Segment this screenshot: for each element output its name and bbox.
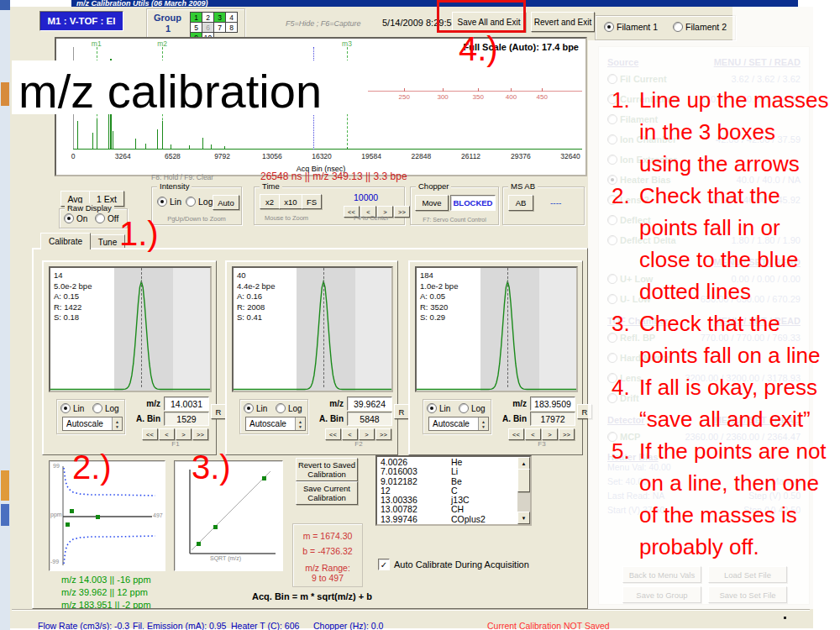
autocal-label: Auto Calibrate During Acquisition [394, 559, 529, 570]
ab-button[interactable]: AB [508, 195, 533, 211]
time-step-button[interactable]: >> [394, 206, 410, 218]
ppm-line: m/z 39.962 || 12 ppm [61, 586, 151, 599]
filament1-radio[interactable]: Filament 1 [604, 22, 658, 32]
save-calibration-button[interactable]: Save CurrentCalibration [296, 481, 358, 505]
peak-chart[interactable]: 1841.0e-2 bpe A: 0.05R: 3520 S: 0.29 [415, 266, 578, 392]
abin-input[interactable]: 17972 [530, 412, 575, 426]
time-x2-button[interactable]: x2 [260, 194, 280, 209]
peak-log-radio[interactable]: Log [276, 403, 302, 413]
peak-panel: 1841.0e-2 bpe A: 0.05R: 3520 S: 0.29 Lin… [408, 260, 583, 455]
revert-calibration-button[interactable]: Revert to SavedCalibration [296, 458, 358, 481]
mz-input[interactable]: 14.0031 [164, 396, 209, 411]
abin-label: A. Bin [132, 414, 160, 423]
peak-step-button[interactable]: > [542, 428, 558, 440]
group-cell[interactable]: 8 [225, 22, 238, 33]
mz-label: m/z [320, 399, 344, 408]
r-button[interactable]: R [394, 404, 409, 419]
peak-step-button[interactable]: << [142, 428, 158, 440]
r-button[interactable]: R [211, 404, 226, 419]
spectrum-peak [202, 138, 203, 150]
peak-info: 145.0e-2 bpe A: 0.15R: 1422 S: 0.18 [54, 270, 92, 323]
revert-exit-button[interactable]: Revert and Exit [531, 12, 595, 32]
peak-step-button[interactable]: >> [375, 428, 391, 440]
abin-input[interactable]: 5848 [347, 412, 392, 426]
mass-listbox[interactable]: 4.0026He7.016003Li9.012182Be12C13.00336j… [375, 455, 532, 526]
intensity-legend: Intensity [157, 181, 192, 191]
window-titlebar[interactable]: m/z Calibration Utils (06 March 2009) [71, 0, 798, 7]
desktop-edge [0, 0, 10, 630]
peak-step-button[interactable]: < [342, 428, 358, 440]
radio-off-icon [276, 403, 286, 413]
peak-lin-radio[interactable]: Lin [427, 403, 450, 413]
spectrum-peak [211, 144, 212, 150]
peak-step-button[interactable]: < [525, 428, 541, 440]
mz-scale-tick: 250 [399, 93, 410, 101]
peak-step-button[interactable]: > [359, 428, 375, 440]
mz-input[interactable]: 183.9509 [530, 396, 575, 411]
x-tick-label: 29376 [511, 152, 531, 160]
radio-on-icon [427, 403, 437, 413]
filament2-radio[interactable]: Filament 2 [673, 22, 727, 32]
intensity-log-radio[interactable]: Log [186, 197, 213, 207]
abin-input[interactable]: 1529 [164, 412, 209, 426]
scroll-up-button[interactable]: ▲ [517, 457, 530, 470]
peak-step-button[interactable]: < [159, 428, 175, 440]
x-tick-label: 13056 [262, 152, 282, 160]
peak-lin-radio[interactable]: Lin [244, 403, 267, 413]
group-cell[interactable]: 7 [213, 22, 226, 33]
autoscale-select[interactable]: Autoscale ▲▼ [245, 417, 306, 431]
peak-step-button[interactable]: > [176, 428, 192, 440]
scale-mode-box: Lin Log Autoscale ▲▼ [56, 399, 125, 434]
peak-step-button[interactable]: << [325, 428, 341, 440]
peak-step-button[interactable]: << [508, 428, 524, 440]
scrollbar[interactable]: ▲ ▼ [517, 457, 530, 524]
scroll-thumb[interactable] [517, 469, 530, 492]
peak-log-radio[interactable]: Log [459, 403, 486, 413]
mass-name: COplus2 [451, 515, 486, 524]
spinner-icon[interactable]: ▲▼ [295, 417, 305, 430]
spinner-icon[interactable]: ▲▼ [112, 417, 122, 430]
peak-chart[interactable]: 404.4e-2 bpe A: 0.16R: 2008 S: 0.41 [232, 266, 393, 392]
time-x10-button[interactable]: x10 [279, 194, 302, 209]
marker-label: m3 [342, 39, 352, 48]
intensity-lin-radio[interactable]: Lin [157, 197, 181, 207]
mz-input[interactable]: 39.9624 [347, 396, 392, 411]
time-fs-button[interactable]: FS [302, 194, 322, 209]
autoscale-select[interactable]: Autoscale ▲▼ [62, 417, 123, 431]
raw-off-radio[interactable]: Off [95, 213, 118, 223]
radio-on-icon [604, 22, 614, 32]
marker-label: m1 [92, 39, 102, 48]
mass-list-row[interactable]: 9.012182Be [377, 477, 517, 486]
x-tick-label: 26112 [461, 152, 480, 160]
tab-calibrate[interactable]: Calibrate [40, 233, 91, 249]
autocal-checkbox[interactable]: ✓ Auto Calibrate During Acquisition [378, 559, 529, 570]
mz-scale-tick: 300 [437, 93, 448, 101]
spinner-icon[interactable]: ▲▼ [478, 417, 488, 430]
x-tick-label: 9792 [214, 152, 230, 160]
autoscale-select[interactable]: Autoscale ▲▼ [428, 417, 489, 431]
peak-chart[interactable]: 145.0e-2 bpe A: 0.15R: 1422 S: 0.18 [49, 266, 212, 392]
abin-label: A. Bin [315, 414, 344, 423]
instruction-number: 3. [612, 307, 639, 371]
mass-list-row[interactable]: 13.99746COplus2 [377, 515, 517, 524]
mz-label: m/z [137, 399, 160, 408]
peak-step-button[interactable]: >> [559, 428, 575, 440]
fit-coefficients-box: m = 1674.30 b = -4736.32 m/z Range: 9 to… [292, 523, 363, 587]
peak-lin-radio[interactable]: Lin [60, 403, 84, 413]
mass-list-row[interactable]: 7.016003Li [377, 467, 517, 476]
fit-formula: Acq. Bin = m * sqrt(m/z) + b [252, 591, 372, 601]
instruction-item: 1.Line up the massesin the 3 boxesusing … [612, 84, 840, 180]
chopper-move-button[interactable]: Move [415, 195, 449, 211]
peak-info: 404.4e-2 bpe A: 0.16R: 2008 S: 0.41 [237, 270, 275, 323]
mass-value: 7.016003 [377, 467, 451, 476]
spectrum-peak [145, 144, 146, 150]
desktop-fragment [1, 82, 9, 106]
intensity-auto-button[interactable]: Auto [213, 195, 239, 210]
peak-log-radio[interactable]: Log [92, 403, 119, 413]
raw-on-radio[interactable]: On [64, 213, 87, 223]
instruction-text: Line up the massesin the 3 boxesusing th… [639, 84, 828, 180]
scroll-down-button[interactable]: ▼ [517, 512, 530, 524]
marker-label: m2 [157, 39, 167, 48]
peak-panel: 145.0e-2 bpe A: 0.15R: 1422 S: 0.18 Lin … [42, 260, 217, 455]
peak-step-button[interactable]: >> [192, 428, 208, 440]
